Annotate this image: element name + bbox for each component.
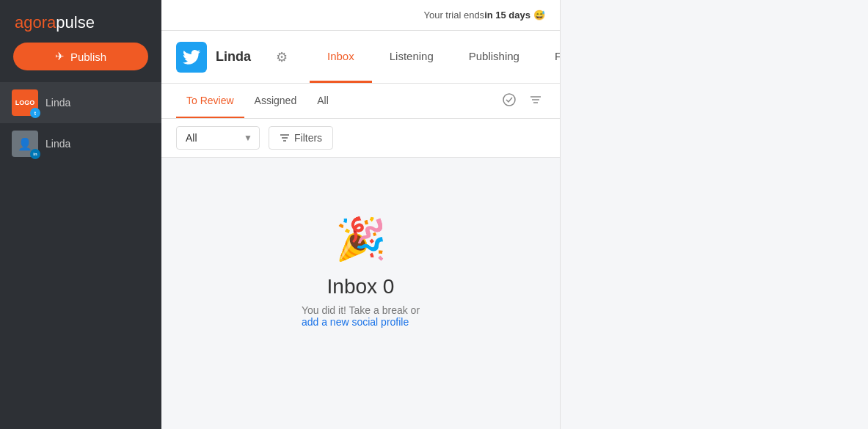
sub-tabs: To Review Assigned All (176, 84, 339, 118)
tab-fans-followers[interactable]: Fans & Followers (537, 31, 560, 83)
sidebar-accounts: LOGO t Linda 👤 in Linda (0, 82, 161, 429)
tab-inbox[interactable]: Inbox (310, 31, 372, 83)
inbox-zero-title: Inbox 0 (327, 275, 395, 298)
filters-button[interactable]: Filters (269, 126, 333, 150)
account-name-linkedin: Linda (45, 138, 70, 150)
sidebar-logo: agorapulse (0, 0, 161, 43)
trial-text: Your trial ends (423, 10, 484, 21)
filters-icon (280, 133, 290, 143)
inbox-zero-emoji: 🎉 (335, 215, 387, 263)
tab-listening[interactable]: Listening (372, 31, 451, 83)
topbar: Your trial ends in 15 days 😅 (161, 0, 560, 31)
account-avatar-linkedin: 👤 in (12, 131, 38, 157)
nav-tabs: Inbox Listening Publishing Fans & Follow… (310, 31, 560, 83)
linkedin-badge: in (30, 149, 40, 159)
profile-header: Linda ⚙ Inbox Listening Publishing Fans … (161, 31, 560, 84)
sidebar: agorapulse ✈ Publish LOGO t Linda 👤 in L… (0, 0, 161, 429)
logo-agora: agora (15, 13, 56, 32)
account-name-twitter: Linda (45, 97, 70, 109)
filter-select[interactable]: All Comments Mentions Messages Reviews (176, 126, 260, 150)
sort-button[interactable] (526, 90, 545, 112)
profile-name: Linda (216, 49, 251, 65)
sub-tab-to-review[interactable]: To Review (176, 84, 244, 118)
svg-point-0 (503, 94, 515, 106)
logo-pulse: pulse (56, 13, 95, 32)
sub-tabs-actions (500, 90, 545, 112)
right-panel (560, 0, 868, 429)
add-social-profile-link[interactable]: add a new social profile (302, 316, 409, 328)
inbox-zero-subtitle: You did it! Take a break or add a new so… (302, 304, 420, 328)
main-content: Your trial ends in 15 days 😅 Linda ⚙ Inb… (161, 0, 560, 429)
filter-row: All Comments Mentions Messages Reviews ▼… (161, 119, 560, 158)
trial-emoji: 😅 (533, 10, 545, 21)
filter-select-wrapper: All Comments Mentions Messages Reviews ▼ (176, 126, 260, 150)
sub-tab-assigned[interactable]: Assigned (244, 84, 307, 118)
check-all-button[interactable] (500, 90, 519, 112)
publish-icon: ✈ (55, 50, 65, 63)
publish-button[interactable]: ✈ Publish (13, 43, 148, 70)
inbox-content: To Review Assigned All (161, 84, 560, 429)
tab-publishing[interactable]: Publishing (451, 31, 537, 83)
account-avatar-twitter: LOGO t (12, 89, 38, 116)
settings-button[interactable]: ⚙ (269, 45, 295, 70)
trial-days: in 15 days (484, 10, 530, 21)
sidebar-account-linda-linkedin[interactable]: 👤 in Linda (0, 123, 161, 164)
twitter-badge: t (30, 108, 40, 118)
inbox-zero-area: 🎉 Inbox 0 You did it! Take a break or ad… (161, 158, 560, 429)
profile-info: Linda (176, 42, 251, 73)
sidebar-account-linda-twitter[interactable]: LOGO t Linda (0, 82, 161, 123)
twitter-avatar (176, 42, 207, 73)
sub-tab-all[interactable]: All (307, 84, 339, 118)
sub-tabs-bar: To Review Assigned All (161, 84, 560, 119)
